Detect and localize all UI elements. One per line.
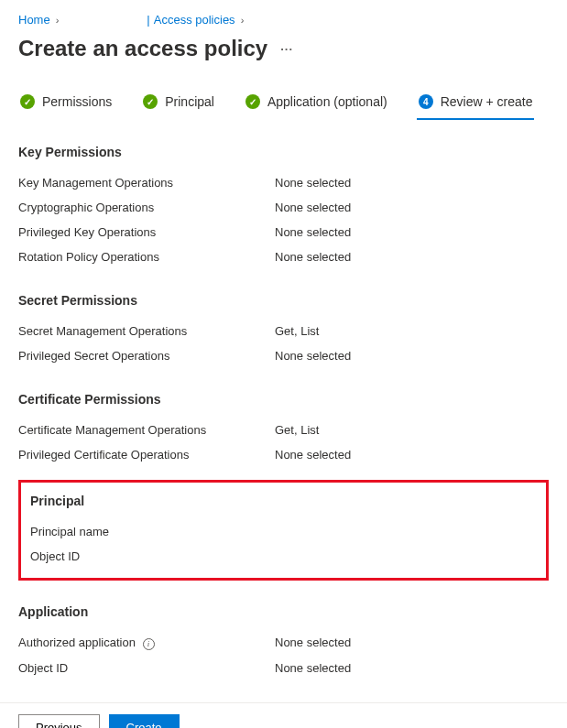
- kv-value: None selected: [275, 636, 351, 650]
- kv-row: Object ID: [30, 544, 537, 569]
- kv-label: Principal name: [30, 525, 287, 538]
- kv-value: None selected: [275, 349, 351, 363]
- kv-row: Authorized application i None selected: [18, 630, 549, 656]
- kv-row: Secret Management Operations Get, List: [18, 319, 549, 343]
- tab-label: Principal: [165, 94, 214, 109]
- kv-row: Rotation Policy Operations None selected: [18, 244, 549, 269]
- kv-label-text: Authorized application: [18, 636, 136, 649]
- section-key-permissions: Key Permissions: [18, 145, 549, 159]
- page-title: Create an access policy ···: [18, 34, 549, 71]
- chevron-right-icon: ›: [54, 15, 61, 26]
- kv-row: Key Management Operations None selected: [18, 170, 549, 195]
- section-secret-permissions: Secret Permissions: [18, 293, 549, 308]
- step-number-icon: 4: [419, 94, 433, 109]
- info-icon[interactable]: i: [143, 638, 155, 650]
- kv-value: Get, List: [275, 324, 319, 338]
- kv-value: None selected: [275, 201, 351, 214]
- kv-label: Privileged Certificate Operations: [18, 448, 275, 462]
- kv-value: None selected: [275, 225, 351, 239]
- kv-label: Secret Management Operations: [18, 324, 275, 338]
- kv-value: None selected: [275, 250, 351, 264]
- principal-highlight: Principal Principal name Object ID: [18, 480, 549, 581]
- page-title-text: Create an access policy: [18, 36, 267, 61]
- tab-label: Permissions: [42, 94, 112, 109]
- kv-row: Privileged Certificate Operations None s…: [18, 442, 549, 467]
- breadcrumb-divider: |: [147, 13, 149, 27]
- kv-label: Authorized application i: [18, 636, 275, 650]
- tab-review-create[interactable]: 4 Review + create: [417, 89, 535, 120]
- kv-value: None selected: [275, 176, 351, 190]
- kv-label: Rotation Policy Operations: [18, 250, 275, 264]
- breadcrumb-home[interactable]: Home: [18, 13, 50, 27]
- section-application: Application: [18, 604, 549, 619]
- tab-label: Application (optional): [267, 94, 387, 109]
- kv-label: Privileged Key Operations: [18, 225, 275, 239]
- tab-permissions[interactable]: ✓ Permissions: [18, 89, 114, 120]
- kv-value: Get, List: [275, 423, 319, 437]
- breadcrumb-access-policies[interactable]: Access policies: [154, 13, 235, 27]
- kv-label: Cryptographic Operations: [18, 201, 275, 214]
- kv-label: Privileged Secret Operations: [18, 349, 275, 363]
- create-button[interactable]: Create: [109, 714, 180, 729]
- section-principal: Principal: [30, 494, 537, 508]
- tab-label: Review + create: [441, 94, 533, 109]
- tab-principal[interactable]: ✓ Principal: [141, 89, 216, 120]
- kv-row: Privileged Key Operations None selected: [18, 220, 549, 244]
- section-certificate-permissions: Certificate Permissions: [18, 392, 549, 407]
- tab-application[interactable]: ✓ Application (optional): [244, 89, 389, 120]
- wizard-footer: Previous Create: [0, 702, 567, 729]
- check-icon: ✓: [143, 94, 158, 109]
- kv-label: Object ID: [30, 549, 287, 563]
- check-icon: ✓: [245, 94, 260, 109]
- kv-label: Certificate Management Operations: [18, 423, 275, 437]
- kv-row: Privileged Secret Operations None select…: [18, 343, 549, 368]
- chevron-right-icon: ›: [239, 15, 246, 26]
- more-actions-icon[interactable]: ···: [280, 42, 293, 56]
- kv-row: Principal name: [30, 519, 537, 544]
- kv-row: Object ID None selected: [18, 656, 549, 680]
- kv-label: Key Management Operations: [18, 176, 275, 190]
- kv-value: None selected: [275, 448, 351, 462]
- kv-row: Certificate Management Operations Get, L…: [18, 418, 549, 442]
- kv-label: Object ID: [18, 661, 275, 675]
- kv-row: Cryptographic Operations None selected: [18, 195, 549, 220]
- check-icon: ✓: [20, 94, 35, 109]
- previous-button[interactable]: Previous: [18, 714, 100, 729]
- kv-value: None selected: [275, 661, 351, 675]
- breadcrumb: Home › | Access policies ›: [18, 9, 549, 34]
- wizard-tabs: ✓ Permissions ✓ Principal ✓ Application …: [18, 89, 549, 121]
